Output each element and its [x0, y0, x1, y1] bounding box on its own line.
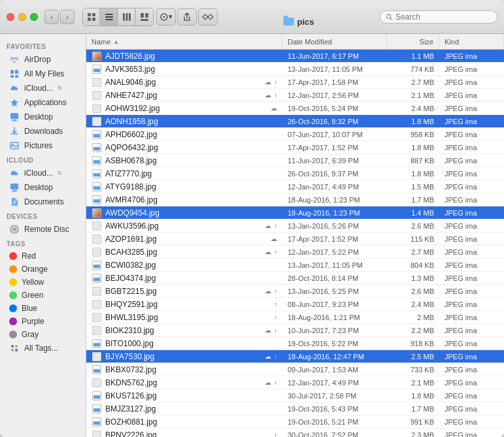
file-thumbnail — [92, 103, 102, 114]
table-row[interactable]: AWKU3596.jpg☁ ↑13-Jan-2016, 5:26 PM2.6 M… — [86, 219, 504, 233]
search-icon — [386, 13, 393, 21]
table-row[interactable]: BPNV2226.jpg ↑30-Oct-2016, 7:52 PM2.3 MB… — [86, 429, 504, 437]
share-button[interactable] — [177, 8, 197, 25]
upload-arrow-icon: ↑ — [275, 301, 278, 308]
file-date: 26-Oct-2016, 9:37 PM — [282, 170, 387, 178]
table-row[interactable]: BCWI0382.jpg13-Jan-2017, 11:05 PM804 KBJ… — [86, 259, 504, 272]
file-date: 07-Jun-2017, 10:07 PM — [282, 131, 387, 138]
sidebar-item-applications[interactable]: Applications — [3, 95, 83, 110]
file-kind: JPEG ima — [439, 353, 504, 361]
back-button[interactable]: ‹ — [44, 10, 59, 24]
table-row[interactable]: BCAH3285.jpg☁ ↑12-Jan-2017, 5:22 PM2.7 M… — [86, 246, 504, 259]
sidebar-item-tag-purple[interactable]: Purple — [3, 315, 83, 328]
maximize-button[interactable] — [30, 13, 38, 21]
file-icon-cell: BHWL3195.jpg ↑ — [86, 312, 282, 323]
file-size: 804 KB — [387, 261, 439, 269]
remote-disc-label: Remote Disc — [24, 225, 69, 234]
file-icon-cell: BCAH3285.jpg☁ ↑ — [86, 247, 282, 257]
table-row[interactable]: ANAL9046.jpg☁ ↑17-Apr-2017, 1:58 PM2.7 M… — [86, 76, 504, 89]
all-my-files-icon — [9, 69, 20, 79]
sidebar-item-tag-green[interactable]: Green — [3, 289, 83, 302]
table-row[interactable]: AZOP1691.jpg☁17-Apr-2017, 1:52 PM115 KBJ… — [86, 233, 504, 246]
search-input[interactable] — [395, 12, 492, 22]
table-row[interactable]: ASBH0678.jpg11-Jun-2017, 6:39 PM887 KBJP… — [86, 154, 504, 167]
table-row[interactable]: BJYA7530.jpg☁ ↑18-Aug-2016, 12:47 PM2.5 … — [86, 350, 504, 363]
svg-rect-23 — [12, 120, 16, 121]
file-thumbnail — [92, 351, 102, 362]
table-row[interactable]: AVMR4706.jpg18-Aug-2016, 1:23 PM1.7 MBJP… — [86, 193, 504, 206]
table-row[interactable]: AJVK3653.jpg13-Jan-2017, 11:05 PM774 KBJ… — [86, 63, 504, 76]
sidebar-item-icloud-drive[interactable]: iCloud... ↻ — [3, 81, 83, 95]
table-row[interactable]: AQPO6432.jpg17-Apr-2017, 1:52 PM1.8 MBJP… — [86, 141, 504, 154]
col-header-size[interactable]: Size — [387, 34, 439, 49]
file-name: BKUS7126.jpg — [105, 391, 277, 400]
file-thumbnail — [92, 325, 102, 336]
file-thumbnail — [92, 378, 102, 388]
col-header-name[interactable]: Name ▲ — [86, 34, 282, 49]
file-date: 13-Jan-2017, 11:05 PM — [282, 65, 387, 73]
tag-label-blue: Blue — [22, 304, 37, 313]
list-view-button[interactable] — [101, 8, 118, 25]
table-row[interactable]: BITO1000.jpg19-Oct-2016, 5:22 PM918 KBJP… — [86, 337, 504, 350]
table-row[interactable]: APHD6602.jpg07-Jun-2017, 10:07 PM958 KBJ… — [86, 128, 504, 141]
table-row[interactable]: BIOK2310.jpg☁ ↑10-Jun-2017, 7:23 PM2.2 M… — [86, 324, 504, 337]
file-name: BEJO4374.jpg — [105, 274, 277, 283]
file-icon-cell: BKUS7126.jpg — [86, 391, 282, 401]
sidebar-item-tag-yellow[interactable]: Yellow — [3, 276, 83, 289]
sidebar-item-tag-blue[interactable]: Blue — [3, 302, 83, 315]
table-row[interactable]: BHQY2591.jpg ↑08-Jun-2017, 9:23 PM2.4 MB… — [86, 298, 504, 311]
file-thumbnail — [92, 195, 102, 205]
desktop2-label: Desktop — [24, 183, 53, 192]
column-view-button[interactable] — [118, 8, 135, 25]
file-size: 1.4 MB — [387, 209, 439, 217]
close-button[interactable] — [7, 13, 14, 21]
sidebar-item-tag-red[interactable]: Red — [3, 250, 83, 263]
minimize-button[interactable] — [18, 13, 26, 21]
table-row[interactable]: BEJO4374.jpg28-Oct-2016, 8:14 PM1.3 MBJP… — [86, 272, 504, 285]
icon-view-button[interactable] — [83, 8, 100, 25]
table-row[interactable]: AONH1958.jpg26-Oct-2016, 8:32 PM1.8 MBJP… — [86, 115, 504, 128]
file-kind: JPEG ima — [439, 52, 504, 60]
sidebar-item-tag-all-tags[interactable]: All Tags... — [3, 341, 83, 355]
file-name: AZOP1691.jpg — [105, 235, 265, 244]
table-row[interactable]: BMJZ3127.jpg19-Oct-2016, 5:43 PM1.7 MBJP… — [86, 402, 504, 415]
path-button[interactable] — [198, 8, 218, 25]
sidebar-item-desktop[interactable]: Desktop — [3, 110, 83, 124]
table-row[interactable]: BKDN5762.jpg☁ ↑12-Jan-2017, 4:49 PM2.1 M… — [86, 376, 504, 389]
sidebar-item-icloud2[interactable]: iCloud... ↻ — [3, 166, 83, 180]
col-header-kind[interactable]: Kind — [439, 34, 504, 49]
desktop2-icon — [9, 182, 20, 193]
file-size: 1.5 MB — [387, 183, 439, 191]
table-row[interactable]: AWDQ9454.jpg18-Aug-2016, 1:23 PM1.4 MBJP… — [86, 206, 504, 219]
forward-button[interactable]: › — [60, 10, 75, 24]
table-row[interactable]: ATYG9188.jpg12-Jan-2017, 4:49 PM1.5 MBJP… — [86, 180, 504, 193]
file-thumbnail — [92, 182, 102, 192]
file-icon-cell: AONH1958.jpg — [86, 116, 282, 127]
table-row[interactable]: BGBT2215.jpg☁ ↑13-Jan-2016, 5:25 PM2.6 M… — [86, 285, 504, 298]
table-row[interactable]: BKBX0732.jpg09-Jun-2017, 1:53 AM733 KBJP… — [86, 363, 504, 376]
search-bar[interactable] — [380, 10, 497, 24]
col-header-date[interactable]: Date Modified — [282, 34, 387, 49]
sidebar-item-tag-orange[interactable]: Orange — [3, 263, 83, 276]
sidebar-item-all-my-files[interactable]: All My Files — [3, 67, 83, 81]
sidebar-item-tag-gray[interactable]: Gray — [3, 328, 83, 341]
sidebar-item-desktop2[interactable]: Desktop — [3, 180, 83, 195]
cover-flow-button[interactable] — [136, 8, 153, 25]
sidebar-item-airdrop[interactable]: AirDrop — [3, 52, 83, 67]
file-list: AJDT5826.jpg11-Jun-2017, 6:17 PM1.1 MBJP… — [86, 50, 504, 437]
table-row[interactable]: BHWL3195.jpg ↑18-Aug-2016, 1:21 PM2 MBJP… — [86, 311, 504, 324]
sidebar-item-remote-disc[interactable]: Remote Disc — [3, 222, 83, 236]
sidebar-item-downloads[interactable]: Downloads — [3, 124, 83, 138]
table-row[interactable]: ANHE7427.jpg☁ ↑12-Jan-2017, 2:56 PM2.1 M… — [86, 89, 504, 102]
sidebar-item-documents[interactable]: Documents — [3, 195, 83, 209]
table-row[interactable]: ATIZ7770.jpg26-Oct-2016, 9:37 PM1.8 MBJP… — [86, 167, 504, 180]
table-row[interactable]: AJDT5826.jpg11-Jun-2017, 6:17 PM1.1 MBJP… — [86, 50, 504, 63]
action-button[interactable]: ▾ — [156, 8, 176, 25]
sidebar-item-pictures[interactable]: Pictures — [3, 138, 83, 153]
svg-point-36 — [14, 229, 15, 230]
file-icon-cell: BMJZ3127.jpg — [86, 404, 282, 414]
table-row[interactable]: BKUS7126.jpg30-Jul-2017, 2:58 PM1.8 MBJP… — [86, 389, 504, 402]
main-content: Favorites AirDrop — [0, 34, 504, 437]
table-row[interactable]: BOZH0881.jpg19-Oct-2016, 5:21 PM991 KBJP… — [86, 415, 504, 429]
table-row[interactable]: AOHW3192.jpg☁19-Oct-2016, 5:24 PM2.4 MBJ… — [86, 102, 504, 115]
